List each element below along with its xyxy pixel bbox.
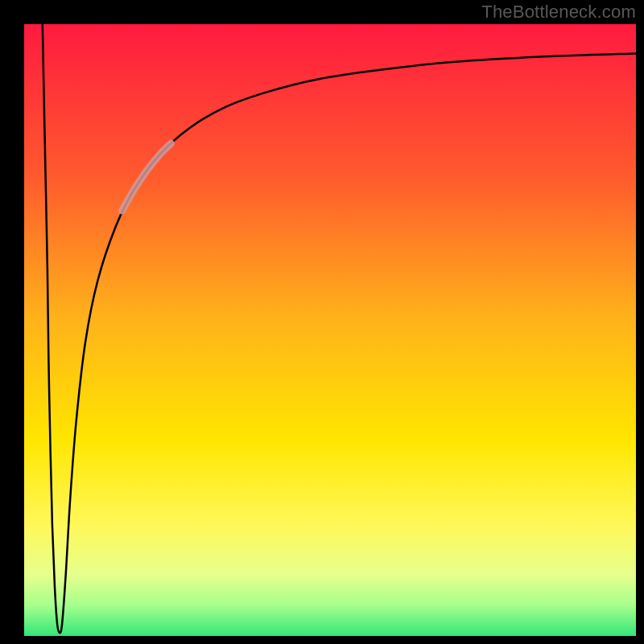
plot-background xyxy=(24,24,636,636)
chart-canvas xyxy=(0,0,644,644)
chart-frame: TheBottleneck.com xyxy=(0,0,644,644)
watermark-text: TheBottleneck.com xyxy=(481,2,636,23)
